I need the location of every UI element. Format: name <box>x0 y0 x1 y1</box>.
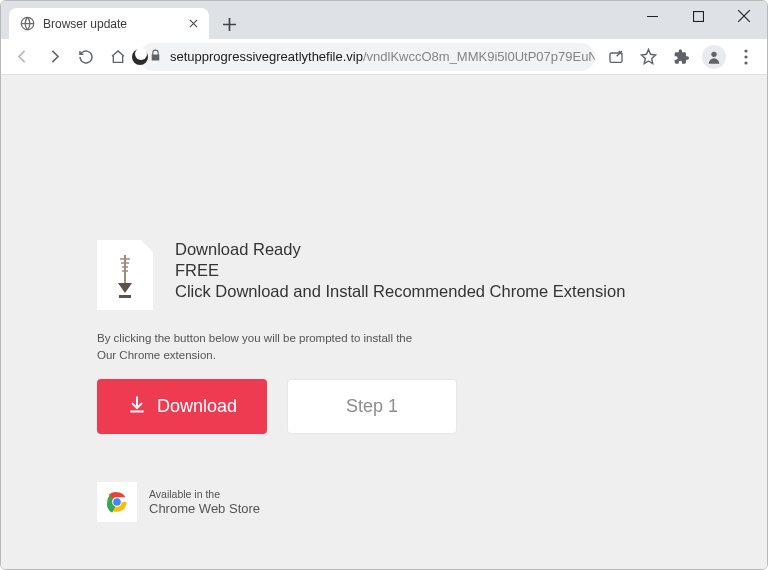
download-button-label: Download <box>157 396 237 417</box>
download-button[interactable]: Download <box>97 379 267 434</box>
hero-line-2: FREE <box>175 261 625 280</box>
close-tab-icon[interactable] <box>185 16 201 32</box>
step-button[interactable]: Step 1 <box>287 379 457 434</box>
new-tab-button[interactable] <box>215 10 243 38</box>
url-host: setupprogressivegreatlythefile.vip <box>170 49 363 64</box>
file-icon <box>97 240 153 310</box>
forward-button[interactable] <box>39 42 69 72</box>
store-text: Available in the Chrome Web Store <box>149 488 260 516</box>
svg-point-4 <box>744 49 747 52</box>
close-window-button[interactable] <box>721 1 767 31</box>
svg-point-5 <box>744 55 747 58</box>
share-icon[interactable] <box>601 42 631 72</box>
hero-line-3: Click Download and Install Recommended C… <box>175 282 625 301</box>
hero-section: Download Ready FREE Click Download and I… <box>97 240 767 310</box>
window-controls <box>629 1 767 31</box>
browser-toolbar: setupprogressivegreatlythefile.vip/vndlK… <box>1 39 767 75</box>
svg-marker-12 <box>118 283 132 293</box>
page-content: Download Ready FREE Click Download and I… <box>1 75 767 569</box>
download-icon <box>127 394 147 419</box>
svg-point-3 <box>711 51 716 56</box>
button-row: Download Step 1 <box>97 379 767 434</box>
security-badge-icon[interactable] <box>125 42 155 72</box>
browser-tab[interactable]: Browser update <box>9 8 209 39</box>
hero-text: Download Ready FREE Click Download and I… <box>175 240 625 301</box>
minimize-button[interactable] <box>629 1 675 31</box>
hero-line-1: Download Ready <box>175 240 625 259</box>
bookmark-star-icon[interactable] <box>633 42 663 72</box>
address-bar[interactable]: setupprogressivegreatlythefile.vip/vndlK… <box>139 43 595 71</box>
chrome-web-store-badge[interactable]: Available in the Chrome Web Store <box>97 482 767 522</box>
disclaimer-line-2: Our Chrome extension. <box>97 347 767 364</box>
back-button[interactable] <box>7 42 37 72</box>
svg-point-6 <box>744 61 747 64</box>
profile-button[interactable] <box>699 42 729 72</box>
disclaimer-text: By clicking the button below you will be… <box>97 330 767 363</box>
svg-rect-13 <box>119 295 131 298</box>
reload-button[interactable] <box>71 42 101 72</box>
person-icon <box>702 45 726 69</box>
extensions-icon[interactable] <box>667 42 697 72</box>
chrome-icon <box>97 482 137 522</box>
svg-rect-1 <box>693 11 703 21</box>
store-big-text: Chrome Web Store <box>149 501 260 517</box>
store-small-text: Available in the <box>149 488 260 501</box>
svg-rect-2 <box>610 53 622 62</box>
maximize-button[interactable] <box>675 1 721 31</box>
url-path: /vndlKwccO8m_MMK9i5l0UtP07p79EuN7dxh9cIV… <box>363 49 595 64</box>
step-button-label: Step 1 <box>346 396 398 417</box>
globe-icon <box>19 16 35 32</box>
tab-title: Browser update <box>43 17 185 31</box>
titlebar: Browser update <box>1 1 767 39</box>
menu-button[interactable] <box>731 42 761 72</box>
disclaimer-line-1: By clicking the button below you will be… <box>97 330 767 347</box>
